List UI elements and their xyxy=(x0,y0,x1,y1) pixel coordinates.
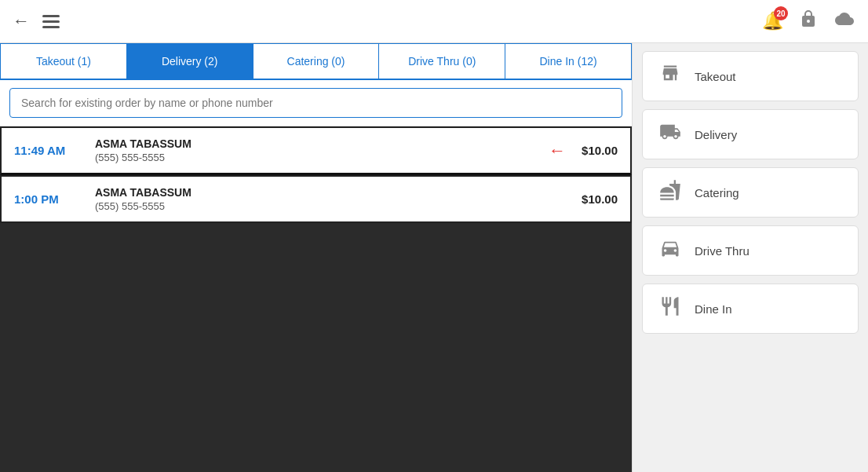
tab-takeout[interactable]: Takeout (1) xyxy=(0,43,126,79)
notification-button[interactable]: 🔔 20 xyxy=(762,11,783,31)
category-label-dine-in: Dine In xyxy=(695,302,732,316)
order-phone-2: (555) 555-5555 xyxy=(95,200,582,212)
category-btn-catering[interactable]: Catering xyxy=(642,167,859,218)
main-content: Takeout (1) Delivery (2) Catering (0) Dr… xyxy=(0,43,868,472)
tabs: Takeout (1) Delivery (2) Catering (0) Dr… xyxy=(0,43,632,80)
order-arrow-1: ← xyxy=(549,141,566,161)
tab-delivery[interactable]: Delivery (2) xyxy=(126,43,253,79)
category-label-drive-thru: Drive Thru xyxy=(695,244,749,258)
category-btn-drive-thru[interactable]: Drive Thru xyxy=(642,225,859,276)
dine-in-icon xyxy=(658,295,682,322)
order-time-2: 1:00 PM xyxy=(14,192,89,206)
order-amount-2: $10.00 xyxy=(582,192,618,206)
header-right: 🔔 20 xyxy=(762,9,855,33)
tab-dine-in[interactable]: Dine In (12) xyxy=(505,43,632,79)
order-name-2: ASMA TABASSUM xyxy=(95,186,582,199)
left-panel: Takeout (1) Delivery (2) Catering (0) Dr… xyxy=(0,43,633,472)
tab-catering[interactable]: Catering (0) xyxy=(253,43,379,79)
category-btn-delivery[interactable]: Delivery xyxy=(642,109,859,159)
header-left: ← xyxy=(13,11,60,31)
menu-button[interactable] xyxy=(42,15,60,28)
delivery-icon xyxy=(658,121,682,148)
lock-button[interactable] xyxy=(799,9,818,33)
catering-icon xyxy=(658,179,682,206)
category-btn-dine-in[interactable]: Dine In xyxy=(642,284,859,334)
order-row-1[interactable]: 11:49 AM ASMA TABASSUM (555) 555-5555 ← … xyxy=(0,126,632,175)
search-input[interactable] xyxy=(9,88,622,118)
order-details-2: ASMA TABASSUM (555) 555-5555 xyxy=(89,186,582,212)
back-button[interactable]: ← xyxy=(13,11,30,31)
right-panel: Takeout Delivery Catering xyxy=(633,43,868,472)
orders-list: 11:49 AM ASMA TABASSUM (555) 555-5555 ← … xyxy=(0,126,632,472)
category-label-takeout: Takeout xyxy=(695,70,736,83)
tab-drive-thru[interactable]: Drive Thru (0) xyxy=(378,43,505,79)
order-details-1: ASMA TABASSUM (555) 555-5555 xyxy=(89,137,533,163)
notification-badge: 20 xyxy=(774,6,788,20)
header: ← 🔔 20 xyxy=(0,0,868,43)
order-row-2[interactable]: 1:00 PM ASMA TABASSUM (555) 555-5555 $10… xyxy=(0,175,632,223)
takeout-icon xyxy=(658,63,682,90)
category-label-catering: Catering xyxy=(695,186,739,199)
order-amount-1: $10.00 xyxy=(582,144,618,157)
order-time-1: 11:49 AM xyxy=(14,144,89,157)
cloud-button[interactable] xyxy=(833,9,855,33)
search-bar xyxy=(0,80,632,126)
order-name-1: ASMA TABASSUM xyxy=(95,137,533,150)
category-label-delivery: Delivery xyxy=(695,128,737,141)
order-phone-1: (555) 555-5555 xyxy=(95,152,533,163)
drive-thru-icon xyxy=(658,237,682,264)
category-btn-takeout[interactable]: Takeout xyxy=(642,51,859,101)
